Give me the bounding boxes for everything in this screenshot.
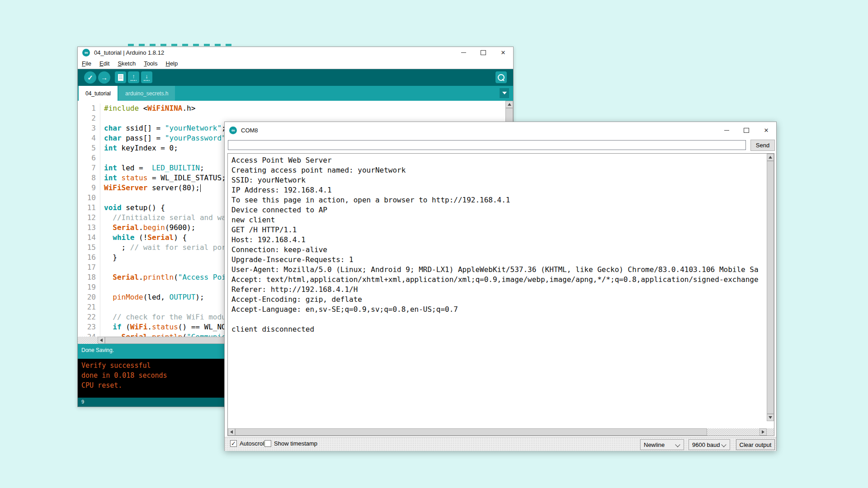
serial-output-line: User-Agent: Mozilla/5.0 (Linux; Android … [231,265,765,275]
status-text: Done Saving. [81,347,114,353]
serial-input[interactable] [228,140,746,150]
tab-arduino-secrets-h[interactable]: arduino_secrets.h [118,86,175,101]
maximize-icon [744,128,749,133]
check-icon: ✓ [87,74,93,82]
save-button[interactable]: ↓ [141,71,152,83]
line-ending-value: Newline [644,441,665,448]
minimize-icon [724,130,729,131]
close-button[interactable]: ✕ [493,47,513,58]
menu-item-sketch[interactable]: Sketch [113,60,140,67]
open-button[interactable]: ↑ [128,71,139,83]
serial-output-line: client disconnected [231,324,765,334]
chevron-down-icon [502,92,507,94]
menu-item-tools[interactable]: Tools [140,60,161,67]
minimize-button[interactable] [453,47,473,58]
serial-monitor-title: COM8 [241,127,258,134]
scroll-left-arrow[interactable] [228,428,235,436]
serial-output-line: Accept-Language: en,sv-SE;q=0.9,sv;q=0.8… [231,305,765,314]
serial-monitor-window: ∞ COM8 ✕ Send Access Point Web ServerCre… [224,122,777,451]
arduino-logo-icon: ∞ [82,49,90,56]
scroll-left-arrow[interactable] [98,337,105,344]
maximize-icon [481,50,486,55]
arduino-window-title: 04_tutorial | Arduino 1.8.12 [94,49,164,56]
scroll-down-arrow[interactable] [767,414,774,421]
desktop: ∞ 04_tutorial | Arduino 1.8.12 ✕ FileEdi… [0,0,868,488]
scrollbar-corner [767,428,774,436]
serial-output-line: IP Address: 192.168.4.1 [231,185,765,195]
clear-output-button[interactable]: Clear output [736,439,775,450]
output-vertical-scrollbar[interactable] [767,154,774,421]
magnifier-icon [498,74,505,81]
baud-rate-value: 9600 baud [692,441,720,448]
close-button[interactable]: ✕ [756,122,776,138]
show-timestamp-label: Show timestamp [274,440,317,447]
checkbox-icon [264,440,271,447]
down-arrow-icon: ↓ [145,74,148,79]
up-arrow-icon: ↑ [132,74,135,79]
tabs: 04_tutorialarduino_secrets.h [79,86,176,101]
serial-monitor-button[interactable] [495,71,507,83]
baud-rate-select[interactable]: 9600 baud [689,439,730,450]
menu-item-edit[interactable]: Edit [95,60,113,67]
serial-input-row: Send [225,138,776,153]
board-info: 9 [81,399,84,404]
serial-output-line [231,314,765,324]
serial-output: Access Point Web ServerCreating access p… [227,153,774,436]
checkbox-icon: ✓ [230,440,237,447]
code-line: 1#include <WiFiNINA.h> [78,103,513,113]
line-ending-select[interactable]: Newline [640,439,684,450]
show-timestamp-checkbox[interactable]: Show timestamp [264,440,317,447]
verify-button[interactable]: ✓ [84,71,96,84]
upload-button[interactable]: → [98,71,110,84]
background-artifact [128,44,236,46]
serial-output-line: Access Point Web Server [231,155,765,165]
output-horizontal-scrollbar[interactable] [228,428,767,436]
minimize-button[interactable] [717,122,736,138]
serial-output-line: new client [231,215,765,225]
scroll-up-arrow[interactable] [767,154,774,161]
right-arrow-icon: → [101,74,108,81]
arduino-toolbar: ✓ → ↑ ↓ [78,69,513,86]
serial-output-line: Accept-Encoding: gzip, deflate [231,295,765,305]
menu-item-file[interactable]: File [78,60,95,67]
serial-output-line: SSID: yourNetwork [231,175,765,185]
autoscroll-label: Autoscroll [240,440,265,447]
maximize-button[interactable] [473,47,493,58]
serial-output-line: To see this page in action, open a brows… [231,195,765,205]
close-icon: ✕ [501,50,506,56]
serial-output-line: Host: 192.168.4.1 [231,235,765,245]
tab-04-tutorial[interactable]: 04_tutorial [79,86,118,101]
autoscroll-checkbox[interactable]: ✓ Autoscroll [230,440,265,447]
maximize-button[interactable] [736,122,756,138]
scrollbar-thumb[interactable] [235,428,707,436]
chevron-down-icon [721,442,726,447]
document-icon [118,74,123,81]
arduino-menubar: FileEditSketchToolsHelp [78,58,513,69]
serial-output-line: GET /H HTTP/1.1 [231,225,765,235]
text-caret [200,184,201,192]
serial-output-line: Upgrade-Insecure-Requests: 1 [231,255,765,265]
serial-output-lines: Access Point Web ServerCreating access p… [231,155,765,334]
tab-list-button[interactable] [500,88,509,98]
chevron-down-icon [675,442,680,447]
minimize-icon [461,52,466,53]
serial-output-line: Referer: http://192.168.4.1/H [231,285,765,295]
serial-output-line: Accept: text/html,application/xhtml+xml,… [231,275,765,285]
menu-item-help[interactable]: Help [161,60,182,67]
serial-output-line: Connection: keep-alive [231,245,765,255]
new-sketch-button[interactable] [115,71,126,83]
close-icon: ✕ [764,127,769,133]
arduino-titlebar[interactable]: ∞ 04_tutorial | Arduino 1.8.12 ✕ [78,47,513,58]
serial-monitor-titlebar[interactable]: ∞ COM8 ✕ [225,122,776,138]
scroll-up-arrow[interactable] [505,101,513,108]
scroll-right-arrow[interactable] [760,428,767,436]
send-button[interactable]: Send [750,140,775,151]
serial-monitor-footer: ✓ Autoscroll Show timestamp Newline 9600… [225,437,776,451]
serial-output-line: Device connected to AP [231,205,765,215]
tab-bar: 04_tutorialarduino_secrets.h [78,86,513,101]
scrollbar-thumb[interactable] [767,161,774,414]
serial-output-line: Creating access point named: yourNetwork [231,165,765,175]
arduino-logo-icon: ∞ [229,127,237,134]
